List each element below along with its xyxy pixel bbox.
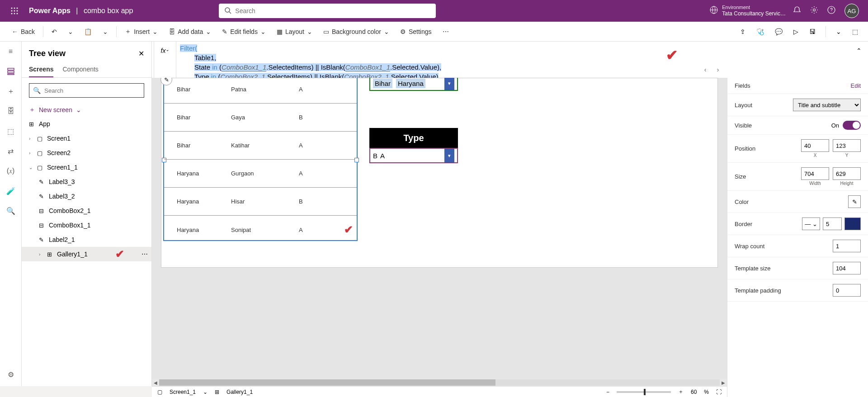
visible-toggle[interactable] [843,121,861,130]
tree-item-label2-1[interactable]: ✎Label2_1 [22,232,151,247]
tests-icon[interactable]: 🧪 [6,186,15,195]
tab-screens[interactable]: Screens [29,62,53,77]
zoom-out-icon[interactable]: − [606,389,609,395]
tree-item-screen1[interactable]: ›▢Screen1 [22,131,151,146]
chevron-right-icon[interactable]: › [39,252,44,257]
canvas-hscrollbar[interactable]: ◀ ▶ [152,379,727,386]
tree-item-screen1-1[interactable]: ⌄▢Screen1_1 [22,160,151,175]
gallery-selection[interactable]: BiharPatnaA BiharGayaB BiharKatiharA Har… [163,78,358,241]
edit-fields-button[interactable]: ✎Edit fields⌄ [217,24,270,40]
edit-fields-link[interactable]: Edit [851,82,861,89]
template-size-input[interactable] [833,262,861,274]
gallery-row[interactable]: BiharPatnaA [164,78,357,104]
variables-icon[interactable]: (𝑥) [6,166,15,175]
chevron-down-icon[interactable]: ▾ [444,149,454,162]
gallery-row[interactable]: BiharGayaB [164,104,357,132]
insert-button[interactable]: ＋Insert⌄ [120,24,162,40]
gallery-row[interactable]: HaryanaHisarB [164,188,357,216]
play-icon[interactable]: ▷ [791,25,801,38]
close-icon[interactable]: ✕ [138,49,144,58]
canvas[interactable]: ✎ BiharPatnaA BiharGayaB BiharKatiharA H… [161,78,718,268]
paste-dropdown[interactable]: ⌄ [98,24,113,40]
search-input[interactable] [235,7,430,14]
notifications-icon[interactable] [793,6,801,16]
combo-chip[interactable]: B [373,152,377,160]
data-icon[interactable]: 🗄 [6,107,15,116]
publish-icon[interactable]: ⬚ [849,25,861,38]
chevron-down-icon[interactable]: ⌄ [203,389,208,395]
gallery-row[interactable]: HaryanaSonipatA✔ [164,216,357,244]
template-padding-input[interactable] [833,284,861,297]
border-style-select[interactable]: — ⌄ [802,217,820,230]
scroll-thumb[interactable] [159,379,495,386]
tree-item-gallery1-1[interactable]: ›⊞Gallery1_1✔⋯ [22,247,151,261]
layout-button[interactable]: ▦Layout⌄ [272,24,317,40]
color-picker[interactable]: ✎ [848,195,861,208]
tab-components[interactable]: Components [62,62,98,77]
paste-button[interactable]: 📋 [80,24,96,40]
zoom-slider[interactable] [617,391,671,393]
width-input[interactable] [801,167,829,180]
position-x-input[interactable] [801,139,829,152]
search-rail-icon[interactable]: 🔍 [6,206,15,215]
wrap-count-input[interactable] [833,240,861,252]
publish-dropdown[interactable]: ⌄ [833,25,844,38]
share-icon[interactable]: ⇪ [737,25,748,38]
checker-icon[interactable]: 🩺 [754,25,767,38]
help-icon[interactable] [827,6,835,16]
combo-chip[interactable]: Haryana [396,79,425,88]
add-data-button[interactable]: 🗄Add data⌄ [164,24,216,40]
tree-item-screen2[interactable]: ›▢Screen2 [22,146,151,160]
combo-chip[interactable]: Bihar [373,79,392,88]
chevron-down-icon[interactable]: ⌄ [29,165,34,170]
tree-item-label3-3[interactable]: ✎Label3_3 [22,175,151,189]
new-screen-button[interactable]: ＋ New screen ⌄ [22,103,151,117]
undo-dropdown[interactable]: ⌄ [63,24,78,40]
gallery-row[interactable]: HaryanaGurgaonA [164,160,357,188]
global-search[interactable] [219,4,436,18]
comments-icon[interactable]: 💬 [772,25,785,38]
more-button[interactable]: ⋯ [438,24,453,40]
gallery-row[interactable]: BiharKatiharA [164,132,357,160]
settings-button[interactable]: ⚙Settings [396,24,436,40]
chevron-right-icon[interactable]: › [29,151,34,156]
combo-chip[interactable]: A [380,152,385,160]
settings-gear-icon[interactable] [810,6,818,16]
save-icon[interactable]: 🖫 [807,25,818,38]
tree-item-combobox2-1[interactable]: ⊟ComboBox2_1 [22,203,151,218]
media-icon[interactable]: ⬚ [6,127,15,136]
insert-icon[interactable]: ＋ [6,87,15,96]
layout-select[interactable]: Title and subtitle [793,99,861,111]
border-width-input[interactable] [823,217,842,230]
back-button[interactable]: ←Back [7,24,39,40]
scroll-right-icon[interactable]: ▶ [720,380,727,385]
chevron-right-icon[interactable]: › [29,136,34,141]
tree-item-label3-2[interactable]: ✎Label3_2 [22,189,151,203]
nav-prev-icon[interactable]: ‹ [700,63,711,76]
combobox-type[interactable]: B A ▾ [369,148,458,163]
waffle-icon[interactable] [4,7,25,14]
canvas-area[interactable]: ✎ BiharPatnaA BiharGayaB BiharKatiharA H… [152,78,727,386]
undo-button[interactable]: ↶ [47,24,61,40]
nav-next-icon[interactable]: › [712,63,723,76]
breadcrumb-control[interactable]: Gallery1_1 [226,389,253,395]
zoom-in-icon[interactable]: ＋ [678,388,684,396]
position-y-input[interactable] [833,139,861,152]
tree-search[interactable]: 🔍 [29,83,144,98]
settings-rail-icon[interactable]: ⚙ [6,370,15,379]
scroll-left-icon[interactable]: ◀ [152,380,159,385]
tree-view-icon[interactable] [6,67,15,76]
chevron-down-icon[interactable]: ▾ [444,78,454,90]
tree-item-combobox1-1[interactable]: ⊟ComboBox1_1 [22,218,151,232]
flows-icon[interactable]: ⇄ [6,147,15,156]
more-icon[interactable]: ⋯ [142,250,148,258]
breadcrumb-screen[interactable]: Screen1_1 [170,389,196,395]
tree-search-input[interactable] [44,87,140,94]
environment-picker[interactable]: Environment Tata Consultancy Servic… [709,5,786,17]
border-color-picker[interactable] [844,217,861,230]
tree-item-app[interactable]: ⊞App [22,117,151,131]
combobox-state[interactable]: Bihar Haryana ▾ [369,78,458,91]
height-input[interactable] [833,167,861,180]
fit-screen-icon[interactable]: ⛶ [716,389,722,395]
bgcolor-button[interactable]: ▭Background color⌄ [319,24,394,40]
